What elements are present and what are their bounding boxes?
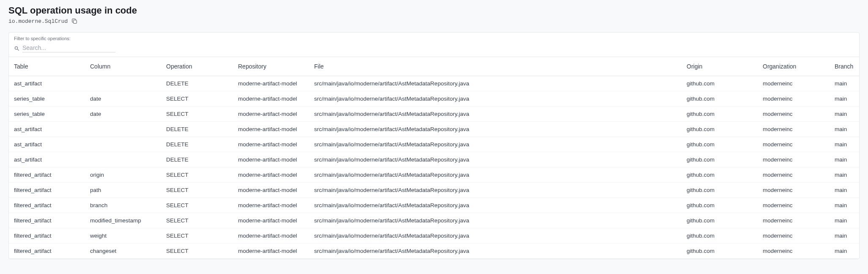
cell-table: ast_artifact — [9, 76, 85, 91]
cell-branch: main — [830, 76, 859, 91]
cell-organization: moderneinc — [758, 228, 830, 244]
column-header-table[interactable]: Table — [9, 57, 85, 76]
column-header-origin[interactable]: Origin — [682, 57, 758, 76]
results-table: Table Column Operation Repository File O… — [9, 57, 859, 259]
cell-operation: SELECT — [161, 244, 233, 259]
cell-table: filtered_artifact — [9, 198, 85, 213]
cell-operation: DELETE — [161, 137, 233, 152]
cell-repository: moderne-artifact-model — [233, 244, 309, 259]
cell-operation: SELECT — [161, 107, 233, 122]
cell-branch: main — [830, 228, 859, 244]
cell-table: filtered_artifact — [9, 183, 85, 198]
cell-organization: moderneinc — [758, 91, 830, 107]
table-row[interactable]: series_tabledateSELECTmoderne-artifact-m… — [9, 91, 859, 107]
cell-origin: github.com — [682, 122, 758, 137]
cell-organization: moderneinc — [758, 167, 830, 183]
cell-operation: SELECT — [161, 183, 233, 198]
table-row[interactable]: ast_artifactDELETEmoderne-artifact-model… — [9, 122, 859, 137]
cell-branch: main — [830, 152, 859, 167]
cell-organization: moderneinc — [758, 122, 830, 137]
cell-repository: moderne-artifact-model — [233, 183, 309, 198]
cell-operation: DELETE — [161, 152, 233, 167]
results-panel: Filter to specific operations: Table Col… — [8, 32, 860, 259]
filter-label: Filter to specific operations: — [9, 33, 859, 43]
cell-repository: moderne-artifact-model — [233, 152, 309, 167]
table-row[interactable]: filtered_artifactweightSELECTmoderne-art… — [9, 228, 859, 244]
column-header-column[interactable]: Column — [85, 57, 161, 76]
copy-icon[interactable] — [71, 18, 78, 25]
cell-branch: main — [830, 198, 859, 213]
cell-organization: moderneinc — [758, 152, 830, 167]
cell-table: ast_artifact — [9, 122, 85, 137]
cell-branch: main — [830, 167, 859, 183]
page-title: SQL operation usage in code — [8, 5, 860, 16]
cell-origin: github.com — [682, 213, 758, 228]
cell-operation: SELECT — [161, 213, 233, 228]
search-input[interactable] — [22, 44, 115, 52]
cell-file: src/main/java/io/moderne/artifact/AstMet… — [309, 152, 682, 167]
cell-operation: DELETE — [161, 122, 233, 137]
column-header-operation[interactable]: Operation — [161, 57, 233, 76]
cell-table: filtered_artifact — [9, 167, 85, 183]
table-row[interactable]: series_tabledateSELECTmoderne-artifact-m… — [9, 107, 859, 122]
cell-organization: moderneinc — [758, 244, 830, 259]
cell-repository: moderne-artifact-model — [233, 122, 309, 137]
table-row[interactable]: filtered_artifactchangesetSELECTmoderne-… — [9, 244, 859, 259]
column-header-organization[interactable]: Organization — [758, 57, 830, 76]
cell-repository: moderne-artifact-model — [233, 76, 309, 91]
cell-file: src/main/java/io/moderne/artifact/AstMet… — [309, 107, 682, 122]
cell-origin: github.com — [682, 137, 758, 152]
cell-organization: moderneinc — [758, 213, 830, 228]
search-row — [9, 43, 859, 57]
search-icon — [14, 46, 20, 52]
cell-origin: github.com — [682, 167, 758, 183]
page-header: SQL operation usage in code io.moderne.S… — [0, 0, 868, 28]
table-row[interactable]: filtered_artifactoriginSELECTmoderne-art… — [9, 167, 859, 183]
column-header-branch[interactable]: Branch — [830, 57, 859, 76]
cell-origin: github.com — [682, 107, 758, 122]
cell-operation: SELECT — [161, 228, 233, 244]
cell-origin: github.com — [682, 183, 758, 198]
cell-file: src/main/java/io/moderne/artifact/AstMet… — [309, 198, 682, 213]
table-header-row: Table Column Operation Repository File O… — [9, 57, 859, 76]
cell-table: filtered_artifact — [9, 213, 85, 228]
svg-rect-0 — [74, 20, 77, 23]
cell-table: filtered_artifact — [9, 244, 85, 259]
cell-table: ast_artifact — [9, 152, 85, 167]
cell-branch: main — [830, 122, 859, 137]
cell-organization: moderneinc — [758, 137, 830, 152]
cell-file: src/main/java/io/moderne/artifact/AstMet… — [309, 228, 682, 244]
table-row[interactable]: filtered_artifactbranchSELECTmoderne-art… — [9, 198, 859, 213]
cell-branch: main — [830, 107, 859, 122]
column-header-repository[interactable]: Repository — [233, 57, 309, 76]
cell-table: series_table — [9, 107, 85, 122]
cell-table: filtered_artifact — [9, 228, 85, 244]
cell-column: date — [85, 107, 161, 122]
cell-origin: github.com — [682, 91, 758, 107]
cell-repository: moderne-artifact-model — [233, 107, 309, 122]
cell-repository: moderne-artifact-model — [233, 228, 309, 244]
cell-column: branch — [85, 198, 161, 213]
cell-operation: SELECT — [161, 198, 233, 213]
table-row[interactable]: filtered_artifactpathSELECTmoderne-artif… — [9, 183, 859, 198]
cell-branch: main — [830, 244, 859, 259]
cell-origin: github.com — [682, 244, 758, 259]
cell-repository: moderne-artifact-model — [233, 198, 309, 213]
cell-repository: moderne-artifact-model — [233, 91, 309, 107]
cell-column: date — [85, 91, 161, 107]
cell-column — [85, 122, 161, 137]
cell-file: src/main/java/io/moderne/artifact/AstMet… — [309, 244, 682, 259]
table-row[interactable]: ast_artifactDELETEmoderne-artifact-model… — [9, 152, 859, 167]
cell-file: src/main/java/io/moderne/artifact/AstMet… — [309, 183, 682, 198]
cell-organization: moderneinc — [758, 183, 830, 198]
table-row[interactable]: filtered_artifactmodified_timestampSELEC… — [9, 213, 859, 228]
column-header-file[interactable]: File — [309, 57, 682, 76]
cell-branch: main — [830, 137, 859, 152]
cell-repository: moderne-artifact-model — [233, 137, 309, 152]
cell-column: modified_timestamp — [85, 213, 161, 228]
table-row[interactable]: ast_artifactDELETEmoderne-artifact-model… — [9, 76, 859, 91]
table-row[interactable]: ast_artifactDELETEmoderne-artifact-model… — [9, 137, 859, 152]
cell-column: origin — [85, 167, 161, 183]
cell-branch: main — [830, 183, 859, 198]
cell-repository: moderne-artifact-model — [233, 213, 309, 228]
